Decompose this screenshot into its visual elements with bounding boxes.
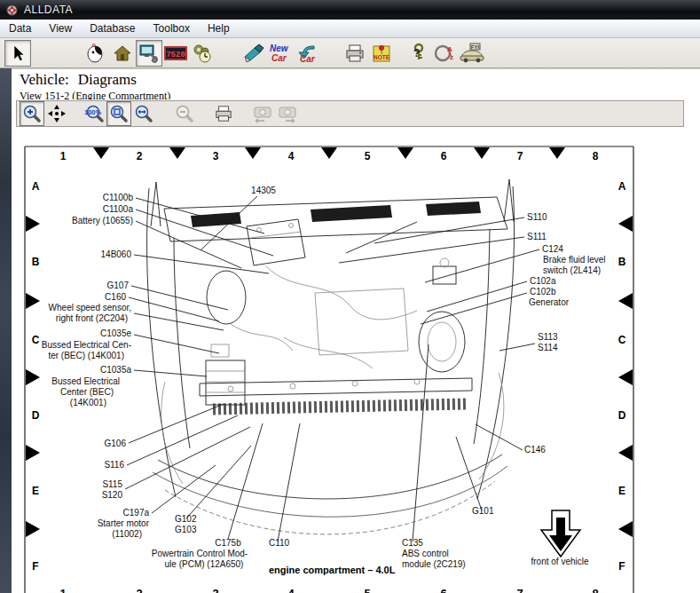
assistant-mascot-icon xyxy=(85,43,106,64)
svg-text:A: A xyxy=(618,180,626,193)
cursor-tool-button[interactable] xyxy=(4,40,31,67)
fyi-car-icon: FYI xyxy=(460,43,484,64)
gears-clock-icon xyxy=(192,43,213,64)
svg-text:14305: 14305 xyxy=(251,186,276,195)
zoom-width-button[interactable] xyxy=(131,101,156,126)
svg-text:S120: S120 xyxy=(102,490,123,500)
engine-line-art xyxy=(147,179,515,534)
zoom-out-button[interactable] xyxy=(172,101,197,126)
svg-text:C102a: C102a xyxy=(530,276,556,286)
svg-text:G106: G106 xyxy=(105,439,127,448)
svg-text:C: C xyxy=(32,334,40,346)
svg-text:Starter motor: Starter motor xyxy=(98,518,150,528)
svg-text:S110: S110 xyxy=(527,212,547,222)
odometer-display-button[interactable]: 7520 xyxy=(162,40,189,67)
vehicle-diagnostics-button[interactable] xyxy=(136,40,162,67)
svg-text:S111: S111 xyxy=(527,232,547,241)
svg-text:Generator: Generator xyxy=(529,297,570,307)
app-icon xyxy=(5,4,19,17)
svg-text:C1035a: C1035a xyxy=(100,365,131,375)
menu-item-data[interactable]: Data xyxy=(0,20,40,36)
zoom-toolbar-area: 100% xyxy=(12,99,700,129)
svg-text:7: 7 xyxy=(516,587,523,593)
svg-text:14B060: 14B060 xyxy=(101,249,132,259)
svg-text:C: C xyxy=(618,334,626,346)
svg-text:4: 4 xyxy=(288,150,295,162)
camera-next-disabled-icon xyxy=(277,104,298,123)
paint-brush-icon xyxy=(242,43,265,64)
engine-compartment-diagram[interactable]: 1234567812345678AABBCCDDEEFF 14305C1100b… xyxy=(12,129,700,593)
svg-text:4: 4 xyxy=(287,587,295,593)
zoom-width-icon xyxy=(134,104,153,123)
new-car-button[interactable]: New Car xyxy=(267,40,294,67)
front-of-vehicle-arrow xyxy=(541,510,580,557)
svg-text:D: D xyxy=(32,409,40,422)
alldata-window: ALLDATA Data View Database Toolbox Help xyxy=(0,0,700,593)
home-button[interactable] xyxy=(109,40,136,67)
pan-button[interactable] xyxy=(44,101,69,126)
svg-text:switch (2L414): switch (2L414) xyxy=(543,265,601,275)
window-title: ALLDATA xyxy=(24,4,73,16)
assistant-button[interactable] xyxy=(83,40,109,67)
menu-item-view[interactable]: View xyxy=(40,20,81,36)
zoom-100-button[interactable]: 100% xyxy=(82,101,106,126)
print-view-button[interactable] xyxy=(211,101,236,126)
svg-text:6: 6 xyxy=(441,150,447,162)
svg-text:C175b: C175b xyxy=(215,538,241,548)
svg-text:Bussed Electrical Cen-: Bussed Electrical Cen- xyxy=(42,340,131,350)
search-az-button[interactable]: A z xyxy=(432,40,459,67)
svg-text:B: B xyxy=(32,256,40,268)
component-labels: 14305C1100bC1100aBattery (10655)14B060G1… xyxy=(42,186,606,569)
svg-text:2: 2 xyxy=(136,587,142,593)
svg-text:G102: G102 xyxy=(175,514,197,524)
svg-text:5: 5 xyxy=(365,150,371,162)
svg-text:8: 8 xyxy=(592,587,598,593)
print-button[interactable] xyxy=(342,40,368,67)
next-view-button[interactable] xyxy=(275,101,300,126)
service-schedule-button[interactable] xyxy=(189,40,216,67)
question-key-icon: ? xyxy=(410,43,428,64)
svg-text:C160: C160 xyxy=(105,292,126,302)
svg-text:C146: C146 xyxy=(524,445,546,455)
svg-text:5: 5 xyxy=(364,587,370,593)
svg-text:7520: 7520 xyxy=(166,51,185,59)
svg-text:(14K001): (14K001) xyxy=(70,398,106,407)
svg-text:New: New xyxy=(270,43,289,53)
svg-text:S113: S113 xyxy=(538,332,558,342)
svg-text:C1100b: C1100b xyxy=(103,193,134,202)
svg-text:Wheel speed sensor,: Wheel speed sensor, xyxy=(49,303,131,312)
menu-item-toolbox[interactable]: Toolbox xyxy=(145,20,199,36)
svg-text:NOTE: NOTE xyxy=(374,54,390,60)
svg-text:E: E xyxy=(618,485,625,497)
desktop-edge-strip xyxy=(0,68,12,593)
svg-text:E: E xyxy=(32,485,39,497)
svg-text:3: 3 xyxy=(212,587,218,593)
svg-text:ter (BEC) (14K001): ter (BEC) (14K001) xyxy=(48,351,124,360)
zoom-in-icon xyxy=(22,104,42,123)
svg-text:G107: G107 xyxy=(107,281,130,290)
zoom-100-icon: 100% xyxy=(83,104,105,123)
menu-item-help[interactable]: Help xyxy=(199,20,239,36)
zoom-in-button[interactable] xyxy=(20,101,44,126)
svg-text:7: 7 xyxy=(517,150,523,162)
svg-text:A: A xyxy=(32,180,40,193)
svg-text:ule (PCM) (12A650): ule (PCM) (12A650) xyxy=(165,559,244,569)
previous-view-button[interactable] xyxy=(250,101,275,126)
svg-text:G101: G101 xyxy=(472,506,494,516)
previous-car-button[interactable]: Car xyxy=(294,40,320,67)
svg-text:S114: S114 xyxy=(538,343,558,352)
zoom-fit-button[interactable] xyxy=(106,101,131,126)
svg-text:B: B xyxy=(618,256,626,268)
help-key-button[interactable]: ? xyxy=(405,40,432,67)
svg-text:C1100a: C1100a xyxy=(103,204,134,214)
svg-text:C102b: C102b xyxy=(530,287,556,296)
zoom-toolbar: 100% xyxy=(16,100,684,127)
notes-button[interactable]: NOTE xyxy=(368,40,395,67)
svg-text:(11002): (11002) xyxy=(112,529,142,539)
fyi-car-button[interactable]: FYI xyxy=(459,40,485,67)
zoom-fit-icon xyxy=(109,104,129,123)
paint-refinish-button[interactable] xyxy=(240,40,267,67)
page-heading: Vehicle:Diagrams View 151-2 (Engine Comp… xyxy=(12,68,700,100)
menu-item-database[interactable]: Database xyxy=(81,20,144,36)
pan-arrows-icon xyxy=(47,104,67,123)
